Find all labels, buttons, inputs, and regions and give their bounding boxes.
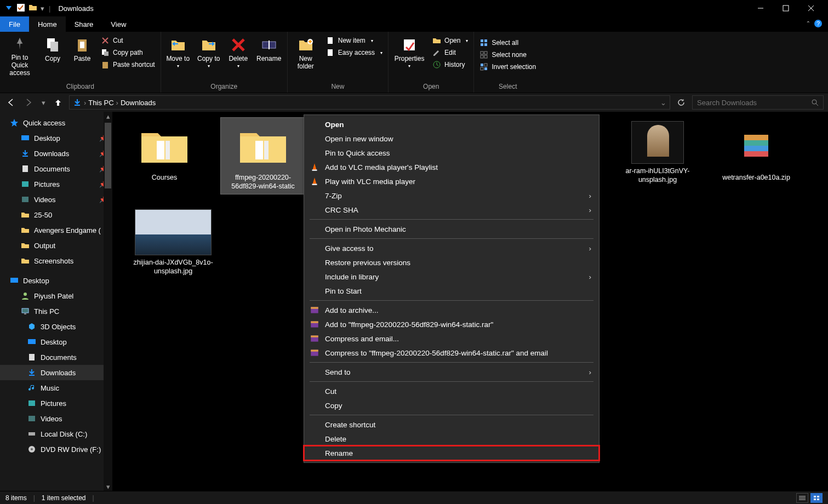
copy-to-button[interactable]: Copy to▾ [195, 34, 222, 77]
edit-button[interactable]: Edit [430, 47, 470, 58]
maximize-button[interactable] [773, 0, 798, 16]
ctx-restore-versions[interactable]: Restore previous versions [304, 255, 599, 270]
ctx-send-to[interactable]: Send to› [304, 365, 599, 379]
breadcrumb-downloads[interactable]: Downloads [121, 99, 156, 107]
copy-button[interactable]: Copy [39, 34, 66, 77]
recent-dropdown-icon[interactable]: ▾ [39, 96, 47, 109]
search-input[interactable] [697, 99, 811, 107]
ctx-add-to-rar[interactable]: Add to "ffmpeg-20200220-56df829-win64-st… [304, 317, 599, 331]
properties-button[interactable]: Properties▾ [392, 34, 427, 77]
sidebar-videos[interactable]: Videos📌 [0, 192, 112, 207]
sidebar-user[interactable]: Piyush Patel [0, 288, 112, 303]
ctx-add-archive[interactable]: Add to archive... [304, 303, 599, 317]
view-icons-button[interactable] [810, 493, 823, 503]
move-to-button[interactable]: Move to▾ [164, 34, 192, 77]
ctx-pin-quick-access[interactable]: Pin to Quick access [304, 146, 599, 160]
new-item-button[interactable]: New item▾ [324, 35, 385, 46]
refresh-button[interactable] [675, 96, 688, 109]
ctx-photo-mechanic[interactable]: Open in Photo Mechanic [304, 222, 599, 236]
new-folder-button[interactable]: New folder [291, 34, 321, 77]
breadcrumb[interactable]: › This PC › Downloads ⌄ [69, 95, 670, 110]
paste-shortcut-button[interactable]: Paste shortcut [99, 59, 157, 70]
sidebar-quick-access[interactable]: Quick access [0, 115, 112, 130]
sidebar-this-pc[interactable]: This PC [0, 303, 112, 319]
ctx-create-shortcut[interactable]: Create shortcut [304, 417, 599, 432]
ctx-include-library[interactable]: Include in library› [304, 270, 599, 284]
tab-file[interactable]: File [0, 16, 29, 32]
file-item-arram[interactable]: ar-ram-ihULI3tGnVY-unsplash.jpg [615, 117, 700, 194]
view-details-button[interactable] [796, 493, 808, 503]
minimize-button[interactable] [748, 0, 773, 16]
sidebar-downloads[interactable]: Downloads📌 [0, 146, 112, 161]
ctx-crc-sha[interactable]: CRC SHA› [304, 203, 599, 217]
file-item-wetransfer[interactable]: wetransfer-a0e10a.zip [713, 117, 799, 194]
ctx-delete[interactable]: Delete [304, 432, 599, 446]
tab-view[interactable]: View [102, 16, 135, 32]
sidebar-folder-2550[interactable]: 25-50 [0, 207, 112, 222]
cut-button[interactable]: Cut [99, 35, 157, 46]
properties-check-icon[interactable] [16, 3, 25, 14]
tab-share[interactable]: Share [66, 16, 102, 32]
ctx-rename[interactable]: Rename [304, 446, 599, 460]
sidebar-folder-output[interactable]: Output [0, 238, 112, 253]
folder-item-ffmpeg[interactable]: ffmpeg-20200220-56df829-win64-static [220, 117, 306, 194]
sidebar-local-disk[interactable]: Local Disk (C:) [0, 426, 112, 442]
sidebar-videos-pc[interactable]: Videos [0, 411, 112, 426]
ctx-open-new-window[interactable]: Open in new window [304, 131, 599, 146]
history-button[interactable]: History [430, 59, 470, 70]
ctx-copy[interactable]: Copy [304, 398, 599, 413]
sidebar-desktop-root[interactable]: Desktop [0, 273, 112, 288]
ctx-give-access[interactable]: Give access to› [304, 241, 599, 255]
open-button[interactable]: Open▾ [430, 35, 470, 46]
folder-item-courses[interactable]: Courses [122, 117, 207, 194]
copy-path-button[interactable]: Copy path [99, 47, 157, 58]
sidebar-3d-objects[interactable]: 3D Objects [0, 319, 112, 334]
rename-button[interactable]: Rename [254, 34, 284, 77]
file-item-zhijian[interactable]: zhijian-dai-JXdVGb_8v1o-unsplash.jpg [130, 205, 216, 279]
sidebar-music[interactable]: Music [0, 380, 112, 396]
ctx-vlc-add[interactable]: Add to VLC media player's Playlist [304, 160, 599, 174]
sidebar-desktop[interactable]: Desktop📌 [0, 130, 112, 146]
help-icon[interactable]: ? [814, 19, 823, 30]
sidebar-pictures[interactable]: Pictures📌 [0, 176, 112, 192]
invert-selection-button[interactable]: Invert selection [477, 61, 538, 72]
sidebar-desktop-pc[interactable]: Desktop [0, 334, 112, 350]
sidebar-documents[interactable]: Documents📌 [0, 161, 112, 176]
ctx-compress-email[interactable]: Compress and email... [304, 331, 599, 346]
file-list[interactable]: Courses ffmpeg-20200220-56df829-win64-st… [113, 112, 828, 491]
pin-to-quick-access-button[interactable]: Pin to Quick access [3, 34, 36, 77]
select-none-button[interactable]: Select none [477, 49, 538, 60]
sidebar-documents-pc[interactable]: Documents [0, 350, 112, 365]
back-button[interactable] [4, 96, 18, 109]
ctx-7zip[interactable]: 7-Zip› [304, 188, 599, 203]
forward-button[interactable] [22, 96, 35, 109]
breadcrumb-thispc[interactable]: This PC [88, 99, 113, 107]
close-button[interactable] [798, 0, 824, 16]
sidebar-downloads-pc[interactable]: Downloads [0, 365, 112, 380]
ribbon-collapse-icon[interactable]: ˆ [807, 20, 809, 28]
address-dropdown-icon[interactable]: ⌄ [660, 99, 666, 107]
ctx-compress-to-email[interactable]: Compress to "ffmpeg-20200220-56df829-win… [304, 346, 599, 360]
select-all-button[interactable]: Select all [477, 37, 538, 48]
sidebar-pictures-pc[interactable]: Pictures [0, 396, 112, 411]
scroll-up-icon[interactable]: ▴ [104, 112, 112, 121]
easy-access-button[interactable]: Easy access▾ [324, 47, 385, 58]
scroll-down-icon[interactable]: ▾ [104, 482, 112, 491]
qat-dropdown-icon[interactable]: ▾ [41, 4, 44, 13]
ctx-vlc-play[interactable]: Play with VLC media player [304, 174, 599, 188]
delete-button[interactable]: Delete▾ [226, 34, 251, 77]
folder-icon[interactable] [28, 3, 37, 14]
sidebar-folder-screenshots[interactable]: Screenshots [0, 253, 112, 268]
sidebar-folder-avengers[interactable]: Avengers Endgame ( [0, 222, 112, 238]
tab-home[interactable]: Home [29, 16, 66, 32]
down-arrow-icon[interactable] [4, 3, 13, 14]
search-box[interactable] [692, 95, 824, 110]
ctx-pin-start[interactable]: Pin to Start [304, 284, 599, 298]
sidebar-scrollbar[interactable]: ▴ ▾ [104, 112, 112, 491]
sidebar-dvd-drive[interactable]: DVD RW Drive (F:) [0, 442, 112, 457]
paste-button[interactable]: Paste [69, 34, 95, 77]
ctx-open[interactable]: Open [304, 117, 599, 131]
ctx-cut[interactable]: Cut [304, 384, 599, 398]
up-button[interactable] [52, 96, 65, 109]
scroll-thumb[interactable] [105, 123, 111, 188]
